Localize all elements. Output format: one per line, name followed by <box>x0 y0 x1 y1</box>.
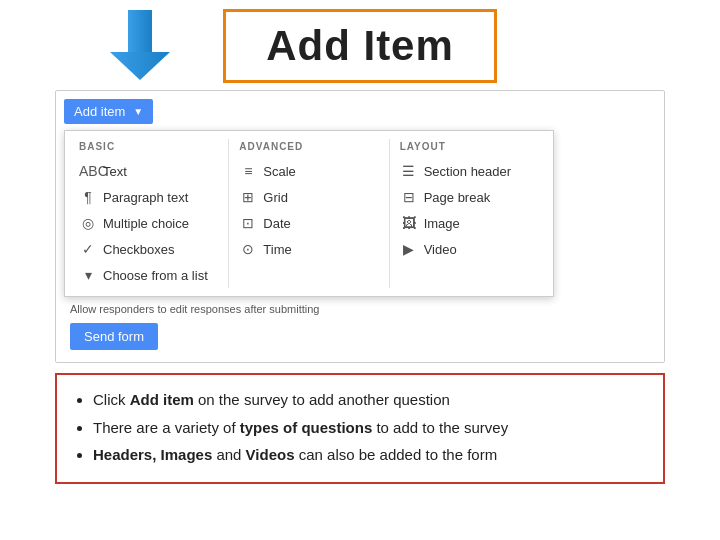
add-item-button[interactable]: Add item ▼ <box>64 99 153 124</box>
menu-col-layout: LAYOUT ☰ Section header ⊟ Page break 🖼 I… <box>394 139 545 288</box>
page-break-icon: ⊟ <box>400 189 418 205</box>
time-icon: ⊙ <box>239 241 257 257</box>
title-area: Add Item <box>0 0 720 90</box>
image-label: Image <box>424 216 460 231</box>
menu-item-page-break[interactable]: ⊟ Page break <box>394 184 545 210</box>
checkboxes-label: Checkboxes <box>103 242 175 257</box>
basic-header: BASIC <box>73 139 224 158</box>
bullet-3: Headers, Images and Videos can also be a… <box>93 442 645 468</box>
multiple-choice-label: Multiple choice <box>103 216 189 231</box>
form-screenshot: Add item ▼ BASIC ABC Text ¶ Paragraph te… <box>55 90 665 363</box>
add-item-dropdown: BASIC ABC Text ¶ Paragraph text ◎ Multip… <box>64 130 554 297</box>
advanced-header: ADVANCED <box>233 139 384 158</box>
menu-item-section-header[interactable]: ☰ Section header <box>394 158 545 184</box>
menu-col-basic: BASIC ABC Text ¶ Paragraph text ◎ Multip… <box>73 139 224 288</box>
menu-item-choose-from-list[interactable]: ▾ Choose from a list <box>73 262 224 288</box>
add-item-row: Add item ▼ <box>64 99 656 124</box>
menu-columns: BASIC ABC Text ¶ Paragraph text ◎ Multip… <box>65 139 553 288</box>
page-break-label: Page break <box>424 190 491 205</box>
send-form-button[interactable]: Send form <box>70 323 158 350</box>
scale-icon: ≡ <box>239 163 257 179</box>
section-header-label: Section header <box>424 164 511 179</box>
video-label: Video <box>424 242 457 257</box>
arrow-down-icon <box>110 10 170 80</box>
bottom-bullets: Click Add item on the survey to add anot… <box>55 373 665 484</box>
bullet-2-text: There are a variety of types of question… <box>93 419 508 436</box>
menu-item-grid[interactable]: ⊞ Grid <box>233 184 384 210</box>
dropdown-arrow-icon: ▼ <box>133 106 143 117</box>
add-item-label: Add item <box>74 104 125 119</box>
menu-item-text[interactable]: ABC Text <box>73 158 224 184</box>
menu-item-paragraph[interactable]: ¶ Paragraph text <box>73 184 224 210</box>
image-icon: 🖼 <box>400 215 418 231</box>
bullet-1: Click Add item on the survey to add anot… <box>93 387 645 413</box>
menu-col-advanced: ADVANCED ≡ Scale ⊞ Grid ⊡ Date ⊙ Time <box>233 139 384 288</box>
menu-item-checkboxes[interactable]: ✓ Checkboxes <box>73 236 224 262</box>
col-divider-2 <box>389 139 390 288</box>
allow-text: Allow responders to edit responses after… <box>70 303 650 315</box>
page-title: Add Item <box>223 9 497 83</box>
paragraph-label: Paragraph text <box>103 190 188 205</box>
col-divider-1 <box>228 139 229 288</box>
menu-item-scale[interactable]: ≡ Scale <box>233 158 384 184</box>
time-label: Time <box>263 242 291 257</box>
bullet-2: There are a variety of types of question… <box>93 415 645 441</box>
paragraph-icon: ¶ <box>79 189 97 205</box>
choose-from-list-label: Choose from a list <box>103 268 208 283</box>
menu-item-multiple-choice[interactable]: ◎ Multiple choice <box>73 210 224 236</box>
svg-marker-1 <box>110 52 170 80</box>
checkbox-icon: ✓ <box>79 241 97 257</box>
menu-item-video[interactable]: ▶ Video <box>394 236 545 262</box>
abc-icon: ABC <box>79 163 97 179</box>
bullet-1-text: Click Add item on the survey to add anot… <box>93 391 450 408</box>
menu-item-date[interactable]: ⊡ Date <box>233 210 384 236</box>
section-header-icon: ☰ <box>400 163 418 179</box>
text-label: Text <box>103 164 127 179</box>
grid-label: Grid <box>263 190 288 205</box>
menu-item-image[interactable]: 🖼 Image <box>394 210 545 236</box>
svg-rect-0 <box>128 10 152 52</box>
date-label: Date <box>263 216 290 231</box>
video-icon: ▶ <box>400 241 418 257</box>
list-icon: ▾ <box>79 267 97 283</box>
radio-icon: ◎ <box>79 215 97 231</box>
layout-header: LAYOUT <box>394 139 545 158</box>
bullet-3-text: Headers, Images and Videos can also be a… <box>93 446 497 463</box>
form-footer: Allow responders to edit responses after… <box>64 297 656 354</box>
menu-item-time[interactable]: ⊙ Time <box>233 236 384 262</box>
scale-label: Scale <box>263 164 296 179</box>
grid-icon: ⊞ <box>239 189 257 205</box>
date-icon: ⊡ <box>239 215 257 231</box>
